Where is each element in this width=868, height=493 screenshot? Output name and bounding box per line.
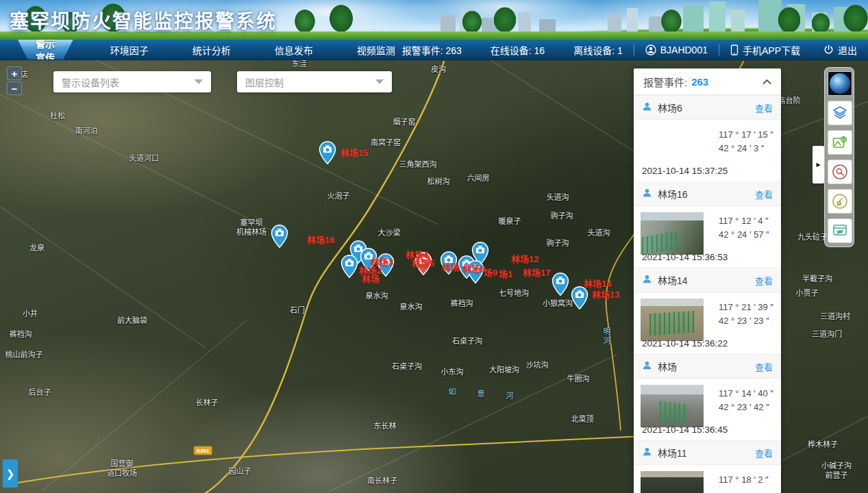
longitude-value: 117 ° 18 ′ 2 ″ — [719, 473, 769, 487]
zoom-in-button[interactable]: + — [7, 66, 22, 80]
alarm-site-name: 林场6 — [658, 101, 682, 114]
alarm-panel-header: 报警事件: 263 — [634, 68, 781, 95]
place-name-label: 杜松 — [50, 112, 65, 121]
tab-label: 视频监测 — [357, 43, 395, 57]
logout-button[interactable]: 退出 — [823, 43, 857, 57]
place-name-label: 烟子窑 — [393, 118, 416, 127]
window-eye-off-icon[interactable] — [828, 218, 852, 243]
place-name-label: 南河泊 — [75, 127, 98, 136]
alarm-snapshot-thumbnail[interactable] — [641, 385, 704, 427]
alarm-item-body: 117 ° 18 ′ 2 ″ — [634, 465, 781, 493]
alarm-snapshot-thumbnail[interactable] — [641, 471, 704, 493]
water-name-label: 河 — [506, 392, 514, 401]
place-name-label: 驹子沟 — [551, 212, 573, 221]
alarm-coordinates: 117 ° 12 ′ 4 ″ 42 ° 24 ′ 57 ″ — [719, 214, 769, 242]
camera-map-pin[interactable] — [571, 286, 588, 312]
map-annotate-icon[interactable] — [828, 130, 852, 155]
zoom-out-button[interactable]: − — [7, 81, 22, 95]
nav-divider — [719, 45, 719, 55]
view-link[interactable]: 查看 — [755, 446, 773, 459]
place-name-label: 三道沟村 — [820, 312, 850, 322]
satellite-globe-icon[interactable] — [828, 71, 852, 96]
alarm-count-badge: 263 — [691, 76, 708, 88]
place-name-label: 南长林子 — [367, 477, 397, 486]
person-icon — [642, 101, 652, 114]
header-banner: 塞罕坝防火智能监控报警系统 — [0, 0, 868, 40]
place-name-label: 裤裆沟 — [451, 299, 473, 309]
left-panel-expand-button[interactable]: ❯ — [3, 459, 18, 488]
alarm-snapshot-thumbnail[interactable] — [641, 299, 704, 341]
camera-map-pin[interactable] — [551, 273, 569, 299]
alarm-item-body: 117 ° 14 ′ 40 ″ 42 ° 23 ′ 42 ″ 2021-10-1… — [634, 379, 781, 440]
view-link[interactable]: 查看 — [755, 274, 773, 287]
water-name-label: 意 — [478, 390, 485, 399]
map-canvas[interactable]: + − 警示设备列表 图层控制 ❯ ▶ — [0, 60, 868, 493]
layers-icon[interactable] — [828, 101, 852, 125]
view-link[interactable]: 查看 — [755, 360, 773, 373]
marker-label: 林场12 — [511, 252, 538, 265]
stat-label: 报警事件: — [402, 45, 443, 56]
tab-video-monitor[interactable]: 视频监测 — [350, 40, 402, 60]
place-name-label: 裤裆沟 — [10, 330, 32, 340]
alarm-event-item: 林场 查看 117 ° 14 ′ 40 ″ 42 ° 23 ′ 42 ″ 202… — [634, 354, 781, 440]
chevron-up-icon[interactable] — [762, 79, 771, 85]
stat-label: 离线设备: — [573, 45, 615, 56]
place-name-label: 东洼 — [292, 60, 307, 69]
tab-label: 环境因子 — [110, 43, 149, 57]
nav-divider — [634, 45, 634, 55]
power-icon — [823, 45, 834, 55]
page-title: 塞罕坝防火智能监控报警系统 — [10, 6, 277, 34]
app-download-button[interactable]: 手机APP下载 — [730, 43, 800, 57]
alarm-site-name: 林场 — [658, 359, 677, 373]
alarm-events-panel: 报警事件: 263 林场6 查看 117 ° 17 ′ 15 ″ 42 ° 24… — [634, 68, 781, 493]
place-name-label: 松树沟 — [427, 177, 450, 187]
tab-info-publish[interactable]: 信息发布 — [268, 40, 320, 60]
view-link[interactable]: 查看 — [755, 188, 773, 201]
place-name-label: 头道河口 — [129, 154, 159, 164]
water-name-label: 如 — [449, 388, 456, 397]
place-name-label: 九头砬子 — [797, 233, 828, 242]
alarm-item-header: 林场6 查看 — [634, 95, 781, 120]
longitude-value: 117 ° 21 ′ 39 ″ — [719, 301, 773, 314]
layer-control-dropdown[interactable]: 图层控制 — [237, 71, 392, 92]
toolbar-collapse-tab[interactable]: ▶ — [813, 146, 824, 184]
marker-label: 场9 — [484, 266, 497, 279]
alarm-snapshot-thumbnail[interactable] — [641, 212, 704, 255]
place-name-label: 北菜顶 — [571, 415, 594, 425]
warning-device-list-dropdown[interactable]: 警示设备列表 — [53, 71, 211, 92]
place-name-label: 皮沟 — [431, 65, 446, 75]
alarm-snapshot-thumbnail[interactable] — [641, 126, 704, 168]
alarm-site-name: 林场14 — [658, 273, 688, 287]
place-name-label: 园山子 — [229, 467, 251, 477]
alarm-item-header: 林场14 查看 — [634, 268, 781, 292]
username-text: BJAHD001 — [660, 45, 708, 55]
stat-value: 263 — [445, 45, 461, 56]
place-name-label: 东长林 — [374, 422, 397, 431]
alarm-event-item: 林场14 查看 117 ° 21 ′ 39 ″ 42 ° 23 ′ 23 ″ 2… — [634, 268, 781, 354]
place-name-label: 火泡子 — [327, 192, 350, 201]
marker-label: 场1 — [499, 267, 512, 280]
place-name-label: 半截子沟 — [802, 275, 832, 284]
broom-icon[interactable] — [828, 189, 852, 214]
camera-map-pin[interactable] — [319, 141, 336, 167]
longitude-value: 117 ° 14 ′ 40 ″ — [719, 387, 773, 401]
user-icon — [645, 45, 656, 55]
place-name-label: 南窝子窑 — [371, 138, 401, 148]
view-link[interactable]: 查看 — [755, 101, 773, 114]
alarm-item-header: 林场16 查看 — [634, 181, 781, 206]
search-circle-icon[interactable] — [828, 160, 852, 184]
place-name-label: 小贾子 — [796, 289, 819, 299]
user-account[interactable]: BJAHD001 — [645, 45, 708, 55]
camera-map-pin[interactable] — [271, 225, 288, 251]
tab-label: 警示宣传 — [36, 36, 55, 64]
place-name-label: 前大脑袋 — [117, 316, 147, 326]
tab-statistics[interactable]: 统计分析 — [186, 40, 238, 60]
camera-map-pin[interactable] — [340, 255, 358, 281]
tab-warning-promo[interactable]: 警示宣传 — [18, 40, 73, 60]
alarm-item-header: 林场 查看 — [634, 354, 781, 379]
place-name-label: 三道沟门 — [812, 330, 842, 340]
place-name-label: 泉水沟 — [400, 303, 423, 312]
tab-environment-factors[interactable]: 环境因子 — [103, 40, 156, 60]
place-name-label: 国营御 道口牧场 — [107, 459, 137, 479]
alarm-timestamp: 2021-10-14 15:36:53 — [642, 252, 728, 262]
